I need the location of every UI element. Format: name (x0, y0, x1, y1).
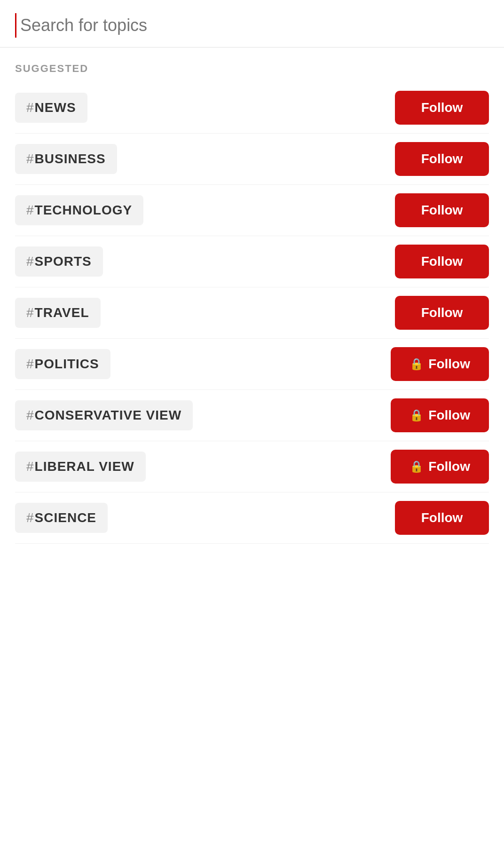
topic-hash-symbol: # (26, 305, 34, 320)
topic-tag-politics: #POLITICS (15, 349, 110, 379)
follow-button-label: Follow (421, 510, 463, 525)
topic-tag-business: #BUSINESS (15, 144, 117, 174)
topic-tag-conservative-view: #CONSERVATIVE VIEW (15, 400, 193, 430)
topic-tag-science: #SCIENCE (15, 503, 108, 533)
topic-hash-symbol: # (26, 357, 34, 372)
topic-hash-symbol: # (26, 151, 34, 167)
topic-row-conservative-view: #CONSERVATIVE VIEW🔒Follow (15, 390, 489, 441)
search-bar (0, 0, 504, 48)
topic-name-liberal-view: LIBERAL VIEW (35, 459, 134, 474)
follow-button-liberal-view[interactable]: 🔒Follow (391, 450, 489, 484)
topic-tag-technology: #TECHNOLOGY (15, 195, 143, 225)
follow-button-business[interactable]: Follow (395, 142, 489, 176)
suggested-section-label: SUGGESTED (0, 48, 504, 82)
follow-button-label: Follow (421, 151, 463, 167)
follow-button-politics[interactable]: 🔒Follow (391, 347, 489, 381)
cursor-indicator (15, 13, 16, 38)
topic-row-sports: #SPORTSFollow (15, 236, 489, 287)
follow-button-label: Follow (421, 305, 463, 320)
topic-row-business: #BUSINESSFollow (15, 134, 489, 185)
topic-name-business: BUSINESS (35, 151, 106, 167)
topic-name-politics: POLITICS (35, 357, 99, 372)
topic-name-news: NEWS (35, 100, 76, 115)
topic-tag-news: #NEWS (15, 93, 87, 123)
follow-button-label: Follow (428, 357, 470, 372)
topic-tag-liberal-view: #LIBERAL VIEW (15, 452, 146, 482)
follow-button-label: Follow (421, 254, 463, 269)
follow-button-label: Follow (421, 203, 463, 218)
topics-list: #NEWSFollow#BUSINESSFollow#TECHNOLOGYFol… (0, 82, 504, 544)
search-input[interactable] (20, 16, 489, 35)
topic-name-conservative-view: CONSERVATIVE VIEW (35, 408, 182, 423)
topic-row-technology: #TECHNOLOGYFollow (15, 185, 489, 236)
topic-name-sports: SPORTS (35, 254, 92, 269)
follow-button-label: Follow (428, 459, 470, 474)
follow-button-label: Follow (428, 408, 470, 423)
topic-hash-symbol: # (26, 510, 34, 525)
lock-icon: 🔒 (410, 409, 424, 422)
topic-tag-sports: #SPORTS (15, 246, 103, 277)
topic-row-politics: #POLITICS🔒Follow (15, 339, 489, 390)
topic-hash-symbol: # (26, 203, 34, 218)
topic-row-liberal-view: #LIBERAL VIEW🔒Follow (15, 441, 489, 492)
topic-hash-symbol: # (26, 408, 34, 423)
topic-row-news: #NEWSFollow (15, 82, 489, 134)
topic-hash-symbol: # (26, 100, 34, 115)
topic-name-technology: TECHNOLOGY (35, 203, 133, 218)
topic-name-science: SCIENCE (35, 510, 96, 525)
follow-button-technology[interactable]: Follow (395, 193, 489, 227)
follow-button-news[interactable]: Follow (395, 91, 489, 125)
follow-button-conservative-view[interactable]: 🔒Follow (391, 398, 489, 432)
lock-icon: 🔒 (410, 460, 424, 473)
topic-hash-symbol: # (26, 254, 34, 269)
follow-button-travel[interactable]: Follow (395, 296, 489, 330)
topic-hash-symbol: # (26, 459, 34, 474)
topic-row-science: #SCIENCEFollow (15, 492, 489, 544)
follow-button-label: Follow (421, 100, 463, 115)
follow-button-science[interactable]: Follow (395, 501, 489, 535)
lock-icon: 🔒 (410, 357, 424, 371)
topic-tag-travel: #TRAVEL (15, 298, 101, 328)
topic-row-travel: #TRAVELFollow (15, 287, 489, 339)
topic-name-travel: TRAVEL (35, 305, 89, 320)
follow-button-sports[interactable]: Follow (395, 245, 489, 278)
